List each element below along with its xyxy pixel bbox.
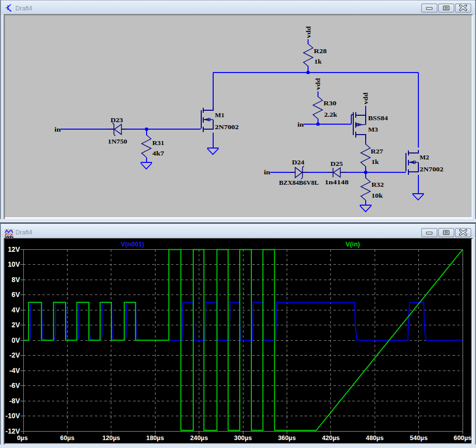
svg-text:R28: R28 xyxy=(314,47,327,55)
svg-text:R30: R30 xyxy=(323,99,336,107)
svg-text:M3: M3 xyxy=(368,126,378,133)
svg-text:1k: 1k xyxy=(315,58,322,65)
svg-text:120µs: 120µs xyxy=(102,434,120,442)
svg-text:D23: D23 xyxy=(111,116,123,124)
svg-text:vdd: vdd xyxy=(305,26,312,38)
svg-text:R32: R32 xyxy=(371,181,384,188)
svg-text:4V: 4V xyxy=(11,306,20,314)
svg-text:0V: 0V xyxy=(11,337,20,344)
svg-text:V(in): V(in) xyxy=(346,240,360,248)
svg-text:BSS84: BSS84 xyxy=(368,114,388,122)
svg-text:Draft4: Draft4 xyxy=(15,5,32,12)
svg-text:-2V: -2V xyxy=(9,352,20,359)
svg-text:180µs: 180µs xyxy=(146,434,164,442)
svg-text:in: in xyxy=(264,168,271,176)
svg-text:-12V: -12V xyxy=(5,428,20,435)
svg-text:BZX84B6V8L: BZX84B6V8L xyxy=(279,179,319,186)
svg-text:vdd: vdd xyxy=(314,78,321,90)
svg-text:-4V: -4V xyxy=(9,367,20,374)
svg-text:2.2k: 2.2k xyxy=(324,111,337,118)
svg-text:-8V: -8V xyxy=(9,397,20,405)
svg-text:0µs: 0µs xyxy=(17,434,28,442)
svg-text:300µs: 300µs xyxy=(234,434,252,442)
svg-text:6V: 6V xyxy=(11,291,20,299)
svg-text:R27: R27 xyxy=(371,148,383,155)
svg-text:vdd: vdd xyxy=(362,92,369,105)
svg-text:in: in xyxy=(55,126,62,133)
svg-text:240µs: 240µs xyxy=(190,434,208,442)
svg-text:V(n001): V(n001) xyxy=(121,240,144,248)
svg-text:360µs: 360µs xyxy=(278,434,296,442)
svg-text:in: in xyxy=(298,121,305,128)
svg-text:480µs: 480µs xyxy=(366,434,384,442)
svg-text:-10V: -10V xyxy=(5,412,20,420)
svg-text:D25: D25 xyxy=(330,160,343,167)
svg-text:2N7002: 2N7002 xyxy=(420,165,444,173)
svg-text:-6V: -6V xyxy=(9,382,20,389)
svg-text:M1: M1 xyxy=(215,111,225,119)
svg-text:D24: D24 xyxy=(292,158,305,166)
svg-text:1n4148: 1n4148 xyxy=(325,178,349,186)
svg-text:Draft4: Draft4 xyxy=(15,229,32,236)
svg-text:10k: 10k xyxy=(371,192,383,199)
svg-text:2N7002: 2N7002 xyxy=(215,123,239,131)
svg-text:1k: 1k xyxy=(371,158,379,165)
svg-text:M2: M2 xyxy=(420,153,429,161)
svg-text:60µs: 60µs xyxy=(60,434,75,442)
svg-text:12V: 12V xyxy=(8,246,20,253)
svg-text:600µs: 600µs xyxy=(454,434,472,442)
svg-text:2V: 2V xyxy=(11,321,20,329)
svg-text:4k7: 4k7 xyxy=(153,149,164,157)
svg-text:540µs: 540µs xyxy=(410,434,428,442)
svg-text:1N750: 1N750 xyxy=(108,138,127,145)
svg-text:R31: R31 xyxy=(153,139,164,147)
svg-text:8V: 8V xyxy=(11,276,20,284)
svg-text:420µs: 420µs xyxy=(322,434,340,442)
svg-text:10V: 10V xyxy=(8,261,20,268)
